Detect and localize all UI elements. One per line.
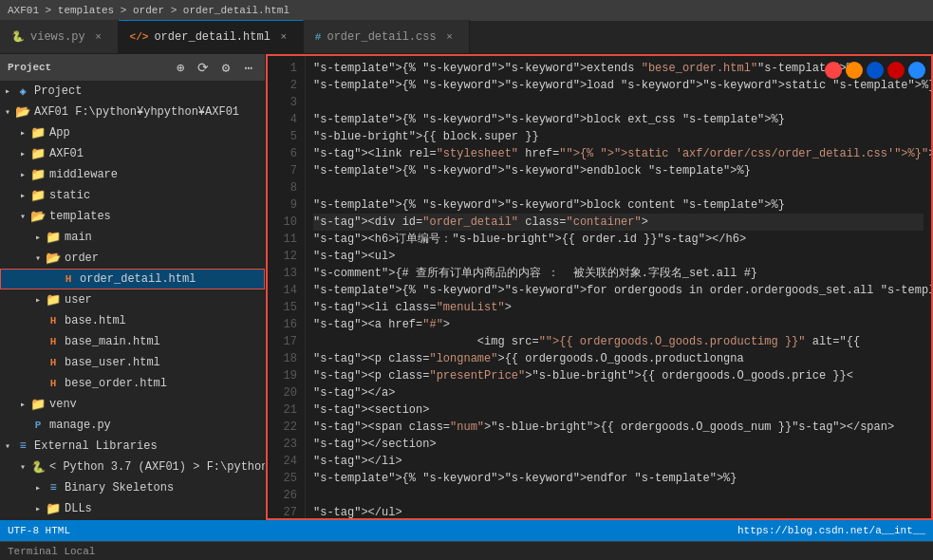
tree-icon-static: 📁 [30, 188, 46, 203]
code-line-27: "s-tag"></ul> [313, 504, 924, 518]
tab-icon-views-py: 🐍 [11, 30, 25, 43]
tree-item-extended-defs[interactable]: ≡Extended Definitions [0, 519, 265, 520]
tree-label-base-main-html: base_main.html [65, 335, 160, 348]
code-line-20: "s-tag"></a> [313, 384, 924, 401]
line-number-5: 5 [271, 128, 297, 145]
tree-label-axf01-root: AXF01 F:\python¥yhpython¥AXF01 [34, 105, 239, 119]
tree-item-middleware[interactable]: 📁middleware [0, 164, 265, 185]
tree-label-python-37: < Python 3.7 (AXF01) > F:\python¥yhpyt [49, 460, 265, 474]
line-number-15: 15 [271, 299, 297, 316]
tree-item-manage-py[interactable]: Pmanage.py [0, 415, 265, 436]
tree-item-dlls[interactable]: 📁DLLs [0, 498, 265, 519]
line-number-8: 8 [271, 179, 297, 196]
tree-label-base-html: base.html [65, 314, 126, 327]
line-number-25: 25 [271, 470, 297, 487]
tree-item-base-user-html[interactable]: Hbase_user.html [0, 352, 265, 373]
tree-arrow-venv [15, 397, 30, 412]
add-icon[interactable]: ⊕ [172, 59, 189, 76]
code-line-13: "s-comment">{# 查所有订单内商品的内容 ： 被关联的对象.字段名_… [313, 265, 924, 282]
code-line-26 [313, 487, 924, 504]
tree-item-base-html[interactable]: Hbase.html [0, 310, 265, 331]
tree-arrow-dlls [30, 501, 46, 516]
tree-arrow-static [15, 188, 30, 203]
code-line-7: "s-template">{% "s-keyword">"s-keyword">… [313, 162, 924, 179]
tree-item-base-main-html[interactable]: Hbase_main.html [0, 331, 265, 352]
tree-label-axf01: AXF01 [49, 147, 84, 160]
main-area: Project ⊕ ⟳ ⚙ ⋯ ◈Project📂AXF01 F:\python… [0, 54, 933, 520]
tab-close-order-detail-css[interactable]: × [442, 29, 457, 45]
tab-views-py[interactable]: 🐍views.py× [0, 20, 119, 53]
tree-arrow-app [15, 125, 30, 140]
title-bar: AXF01 > templates > order > order_detail… [0, 0, 933, 21]
line-number-22: 22 [271, 419, 297, 436]
icon-darkred [887, 62, 905, 79]
tree-icon-order: 📂 [46, 251, 61, 266]
tab-icon-order-detail-css: # [315, 31, 322, 43]
tree-item-order-detail-html-file[interactable]: Horder_detail.html [0, 269, 265, 289]
line-number-21: 21 [271, 401, 297, 419]
tree-arrow-axf01-root [0, 104, 15, 120]
code-line-16: "s-tag"><a href="#"> [313, 316, 924, 333]
tree-icon-templates: 📂 [30, 209, 46, 224]
tree-item-static[interactable]: 📁static [0, 185, 265, 206]
tree-item-app[interactable]: 📁App [0, 122, 265, 143]
tree-icon-external-libs: ≡ [15, 439, 30, 454]
tree-label-bese-order-html: bese_order.html [65, 377, 167, 390]
code-line-11: "s-tag"><h6>订单编号："s-blue-bright">{{ orde… [313, 231, 924, 248]
tree-item-main[interactable]: 📁main [0, 227, 265, 248]
code-line-5: "s-blue-bright">{{ block.super }} [313, 128, 924, 145]
tree-label-main: main [65, 231, 92, 244]
line-number-2: 2 [271, 77, 297, 94]
tree-item-external-libs[interactable]: ≡External Libraries [0, 436, 265, 457]
tree-label-order-detail-html-file: order_detail.html [80, 272, 196, 286]
code-line-25: "s-template">{% "s-keyword">"s-keyword">… [313, 470, 924, 487]
line-number-4: 4 [271, 111, 297, 128]
terminal-bar: Terminal Local [0, 541, 933, 560]
tree-arrow-user [30, 292, 46, 308]
tree-icon-axf01: 📁 [30, 146, 46, 161]
tree-icon-venv: 📁 [30, 397, 46, 412]
code-line-8 [313, 179, 924, 196]
line-number-24: 24 [271, 453, 297, 470]
tree-icon-axf01-root: 📂 [15, 104, 30, 120]
tree-label-order: order [65, 252, 99, 265]
code-line-22: "s-tag"><span class="num">"s-blue-bright… [313, 419, 924, 436]
tab-close-views-py[interactable]: × [91, 29, 106, 45]
line-number-23: 23 [271, 436, 297, 453]
line-number-17: 17 [271, 333, 297, 350]
tree-item-bese-order-html[interactable]: Hbese_order.html [0, 373, 265, 394]
tree-item-venv[interactable]: 📁venv [0, 394, 265, 415]
tree-item-binary-skeletons[interactable]: ≡Binary Skeletons [0, 477, 265, 498]
tree-item-order[interactable]: 📂order [0, 248, 265, 269]
code-container[interactable]: 1234567891011121314151617181920212223242… [268, 56, 931, 518]
tree-label-templates: templates [49, 210, 111, 223]
line-number-10: 10 [271, 214, 297, 231]
tree-item-templates[interactable]: 📂templates [0, 206, 265, 227]
tree-item-axf01-root[interactable]: 📂AXF01 F:\python¥yhpython¥AXF01 [0, 102, 265, 122]
tab-close-order-detail-html[interactable]: × [276, 29, 291, 45]
tree-icon-main: 📁 [46, 230, 61, 245]
tree-label-binary-skeletons: Binary Skeletons [65, 481, 174, 495]
line-number-20: 20 [271, 384, 297, 401]
code-line-24: "s-tag"></li> [313, 453, 924, 470]
tree-icon-base-main-html: H [46, 334, 61, 349]
tab-order-detail-css[interactable]: #order_detail.css× [304, 20, 470, 53]
tree-icon-base-html: H [46, 313, 61, 328]
code-scroll-area[interactable]: ➤ "s-template">{% "s-keyword">"s-keyword… [306, 56, 931, 518]
tree-item-axf01[interactable]: 📁AXF01 [0, 143, 265, 164]
code-line-21: "s-tag"><section> [313, 401, 924, 419]
line-number-6: 6 [271, 145, 297, 162]
line-number-13: 13 [271, 265, 297, 282]
tree-label-static: static [49, 189, 90, 202]
tree-item-python-37[interactable]: 🐍< Python 3.7 (AXF01) > F:\python¥yhpyt [0, 457, 265, 477]
settings-icon[interactable]: ⚙ [217, 59, 234, 76]
tree-item-user[interactable]: 📁user [0, 289, 265, 310]
more-icon[interactable]: ⋯ [240, 59, 257, 76]
refresh-icon[interactable]: ⟳ [195, 59, 212, 76]
tree-item-project-root[interactable]: ◈Project [0, 81, 265, 102]
code-line-23: "s-tag"></section> [313, 436, 924, 453]
tree-arrow-python-37 [15, 459, 30, 475]
tab-order-detail-html[interactable]: </>order_detail.html× [119, 20, 304, 53]
code-line-6: "s-tag"><link rel="stylesheet" href="">{… [313, 145, 924, 162]
code-lines: "s-template">{% "s-keyword">"s-keyword">… [306, 56, 931, 518]
